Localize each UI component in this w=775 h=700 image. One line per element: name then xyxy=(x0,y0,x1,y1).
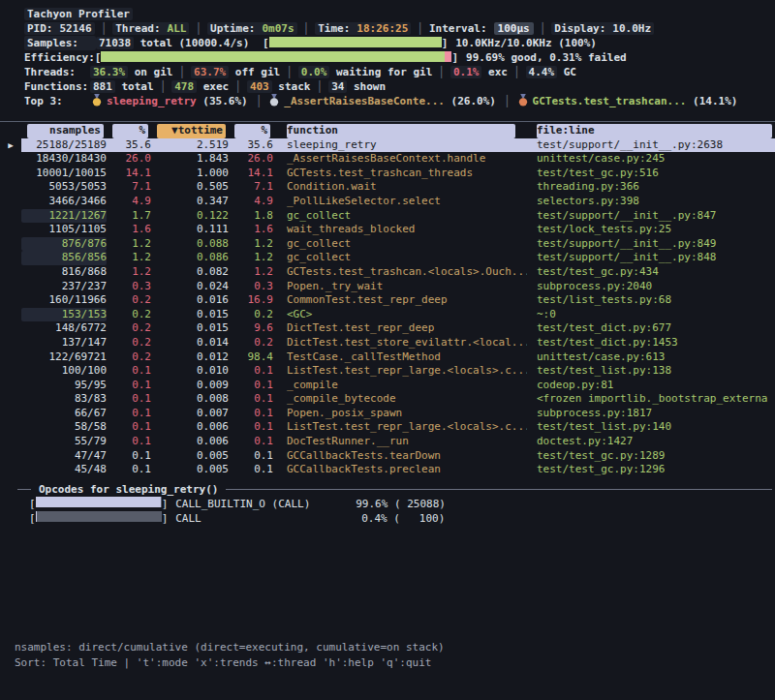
table-row[interactable]: ▶25188/2518935.62.51935.6sleeping_retryt… xyxy=(0,138,775,153)
nsamples-cell: 856/856 xyxy=(21,251,107,265)
table-row[interactable]: 18430/1843026.01.84326.0_AssertRaisesBas… xyxy=(0,152,775,167)
thread-selector[interactable]: Thread:ALL xyxy=(112,22,189,35)
nsamples-cell: 5053/5053 xyxy=(21,180,107,195)
cum-pct-cell: 26.0 xyxy=(229,152,273,167)
table-row[interactable]: 55/790.10.0060.1DocTestRunner.__rundocte… xyxy=(0,435,775,449)
functions-line: Functions:881 total│478 exec│403 stack│3… xyxy=(0,79,775,94)
function-cell: _PollLikeSelector.select xyxy=(273,195,527,209)
threads-label: Threads: xyxy=(24,65,90,79)
file-line-cell: test/test_list.py:138 xyxy=(527,364,775,379)
table-row[interactable]: 66/670.10.0070.1Popen._posix_spawnsubpro… xyxy=(0,407,775,421)
file-line-cell: test/lock_tests.py:25 xyxy=(527,223,775,237)
medal-icon xyxy=(269,94,279,107)
table-row[interactable]: 95/950.10.0090.1_compilecodeop.py:81 xyxy=(0,379,775,393)
top3-line: Top 3:sleeping_retry (35.6%)│_AssertRais… xyxy=(0,94,775,108)
bar-close-bracket: ] xyxy=(442,37,449,49)
row-gutter xyxy=(0,350,21,365)
samples-rate-bar xyxy=(269,37,442,47)
function-stat-value: 403 xyxy=(247,80,272,93)
cum-pct-cell: 16.9 xyxy=(229,293,273,308)
col-header-nsamples[interactable]: nsamples xyxy=(21,124,107,138)
function-cell: ListTest.test_repr_large.<locals>.c... xyxy=(273,420,527,435)
table-row[interactable]: 1105/11051.60.1111.6wait_threads_blocked… xyxy=(0,223,775,237)
tottime-cell: 0.012 xyxy=(151,350,229,365)
pct-cell: 14.1 xyxy=(107,167,151,181)
cum-pct-cell: 0.2 xyxy=(229,308,273,322)
table-row[interactable]: 3466/34664.90.3474.9_PollLikeSelector.se… xyxy=(0,195,775,209)
col-header-tottime-sorted[interactable]: ▼tottime xyxy=(151,124,229,138)
selected-row-pointer: ▶ xyxy=(0,138,21,153)
col-header-cum-pct[interactable]: % xyxy=(229,124,273,138)
col-header-function[interactable]: function xyxy=(273,124,527,138)
thread-stat-value: 36.3% xyxy=(90,66,128,78)
threads-line: Threads:36.3% on gil│63.7% off gil│0.0% … xyxy=(0,65,775,79)
function-cell: Popen._posix_spawn xyxy=(273,407,527,421)
separator: │ xyxy=(256,95,263,107)
tottime-cell: 0.111 xyxy=(151,223,229,237)
tottime-cell: 0.024 xyxy=(151,280,229,294)
table-row[interactable]: 160/119660.20.01616.9CommonTest.test_rep… xyxy=(0,293,775,308)
table-row[interactable]: 153/1530.20.0150.2<GC>~:0 xyxy=(0,308,775,322)
table-row[interactable]: 816/8681.20.0821.2GCTests.test_trashcan.… xyxy=(0,265,775,280)
function-stat-value: 34 xyxy=(328,80,347,93)
table-row[interactable]: 5053/50537.10.5057.1Condition.waitthread… xyxy=(0,180,775,195)
table-row[interactable]: 100/1000.10.0100.1ListTest.test_repr_lar… xyxy=(0,364,775,379)
uptime-field: Uptime:0m07s xyxy=(207,22,296,35)
separator: │ xyxy=(540,22,546,35)
pct-cell: 0.1 xyxy=(107,364,151,379)
tottime-cell: 1.000 xyxy=(151,167,229,181)
thread-stat-value: 0.1% xyxy=(450,66,482,78)
separator: │ xyxy=(178,66,185,78)
thread-stat-text: exc xyxy=(481,66,508,78)
table-row[interactable]: 58/580.10.0060.1ListTest.test_repr_large… xyxy=(0,420,775,435)
table-header: nsamples % ▼tottime % function file:line xyxy=(0,124,775,138)
table-row[interactable]: 237/2370.30.0240.3Popen._try_waitsubproc… xyxy=(0,280,775,294)
pct-cell: 7.1 xyxy=(107,180,151,195)
table-row[interactable]: 47/470.10.0050.1GCCallbackTests.tearDown… xyxy=(0,449,775,464)
terminal-screen: Tachyon Profiler PID:52146│Thread:ALL│Up… xyxy=(0,0,775,526)
tottime-cell: 0.007 xyxy=(151,407,229,421)
table-row[interactable]: 122/697210.20.01298.4TestCase._callTestM… xyxy=(0,350,775,365)
bar-open-bracket: [ xyxy=(263,37,269,49)
efficiency-label: Efficiency: xyxy=(24,51,95,64)
nsamples-cell: 83/83 xyxy=(21,392,107,407)
thread-stat: 4.4% GC xyxy=(526,66,576,78)
top3-label: Top 3: xyxy=(24,94,90,108)
thread-stat-text: waiting for gil xyxy=(329,66,432,78)
function-cell: GCCallbackTests.tearDown xyxy=(273,449,527,464)
file-line-cell: test/test_gc.py:434 xyxy=(527,265,775,280)
medal-icon xyxy=(92,94,102,107)
opcodes-section-title: Opcodes for sleeping_retry() xyxy=(0,482,775,497)
function-table: ▶25188/2518935.62.51935.6sleeping_retryt… xyxy=(0,138,775,477)
nsamples-cell: 160/11966 xyxy=(21,293,107,308)
nsamples-cell: 100/100 xyxy=(21,364,107,379)
cum-pct-cell: 0.1 xyxy=(229,449,273,464)
col-header-pct[interactable]: % xyxy=(107,124,151,138)
table-row[interactable]: 45/480.10.0050.1GCCallbackTests.preclean… xyxy=(0,463,775,477)
row-gutter xyxy=(0,321,21,336)
function-stat-text: exec xyxy=(197,80,229,93)
col-header-file-line[interactable]: file:line xyxy=(527,124,775,138)
pct-cell: 26.0 xyxy=(107,152,151,167)
separator: │ xyxy=(234,80,241,93)
table-row[interactable]: 10001/1001514.11.00014.1GCTests.test_tra… xyxy=(0,167,775,181)
pct-cell: 0.2 xyxy=(107,321,151,336)
pct-cell: 0.2 xyxy=(107,293,151,308)
cum-pct-cell: 0.2 xyxy=(229,336,273,350)
status-bar: PID:52146│Thread:ALL│Uptime:0m07s│Time:1… xyxy=(0,21,775,36)
opcode-bar-fill xyxy=(36,511,37,522)
table-row[interactable]: 148/67720.20.0159.6DictTest.test_repr_de… xyxy=(0,321,775,336)
nsamples-cell: 47/47 xyxy=(21,449,107,464)
pct-cell: 1.2 xyxy=(107,265,151,280)
file-line-cell: test/support/__init__.py:849 xyxy=(527,237,775,252)
table-row[interactable]: 83/830.10.0080.1_compile_bytecode<frozen… xyxy=(0,392,775,407)
table-row[interactable]: 876/8761.20.0881.2gc_collecttest/support… xyxy=(0,237,775,252)
samples-label: Samples: xyxy=(24,36,96,50)
table-row[interactable]: 856/8561.20.0861.2gc_collecttest/support… xyxy=(0,251,775,265)
nsamples-cell: 153/153 xyxy=(21,308,107,322)
bar-open-bracket: [ xyxy=(95,51,102,64)
table-row[interactable]: 137/1470.20.0140.2DictTest.test_store_ev… xyxy=(0,336,775,350)
table-row[interactable]: 1221/12671.70.1221.8gc_collecttest/suppo… xyxy=(0,209,775,224)
pct-cell: 0.1 xyxy=(107,392,151,407)
tottime-cell: 0.086 xyxy=(151,251,229,265)
